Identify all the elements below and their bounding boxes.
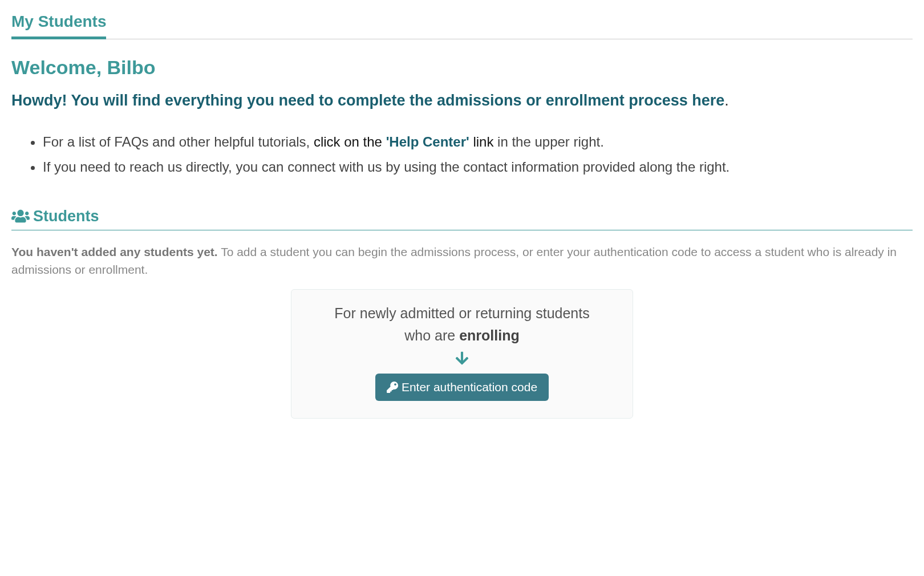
enroll-panel: For newly admitted or returning students… <box>291 289 633 419</box>
enter-auth-code-button[interactable]: Enter authentication code <box>375 374 549 401</box>
intro-main: Howdy! You will find everything you need… <box>11 92 724 109</box>
enroll-line1: For newly admitted or returning students <box>334 305 589 321</box>
key-icon <box>387 382 398 393</box>
info-item-faq: For a list of FAQs and other helpful tut… <box>43 130 913 154</box>
students-heading-wrap: Students <box>11 208 913 230</box>
tab-bar: My Students <box>11 13 913 39</box>
students-description: You haven't added any students yet. To a… <box>11 243 913 279</box>
students-heading: Students <box>33 208 99 225</box>
intro-text: Howdy! You will find everything you need… <box>11 89 913 113</box>
info-item-contact: If you need to reach us directly, you ca… <box>43 155 913 179</box>
auth-button-label: Enter authentication code <box>402 380 537 394</box>
enroll-line2-prefix: who are <box>404 327 459 343</box>
info-list: For a list of FAQs and other helpful tut… <box>11 130 913 179</box>
students-section: Students You haven't added any students … <box>11 208 913 279</box>
users-icon <box>11 209 30 224</box>
intro-period: . <box>724 92 729 109</box>
info-item-faq-click-prefix: click on the <box>314 134 386 149</box>
tab-my-students[interactable]: My Students <box>11 13 106 39</box>
welcome-heading: Welcome, Bilbo <box>11 56 913 79</box>
enroll-text: For newly admitted or returning students… <box>309 302 615 347</box>
arrow-down-icon <box>455 351 469 366</box>
info-item-faq-click-suffix: link <box>469 134 494 149</box>
enroll-line2-bold: enrolling <box>459 327 520 343</box>
info-item-faq-suffix: in the upper right. <box>493 134 603 149</box>
students-desc-bold: You haven't added any students yet. <box>11 245 218 258</box>
info-item-faq-prefix: For a list of FAQs and other helpful tut… <box>43 134 314 149</box>
help-center-link[interactable]: 'Help Center' <box>386 134 469 149</box>
